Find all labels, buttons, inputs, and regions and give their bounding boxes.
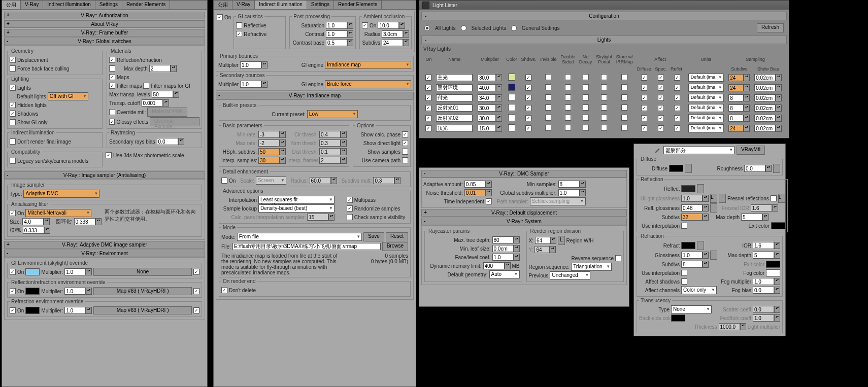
in-maxd[interactable] xyxy=(149,65,171,72)
sw-light-color[interactable] xyxy=(508,84,515,91)
in-ring[interactable] xyxy=(74,218,95,225)
in-blur[interactable] xyxy=(23,227,44,234)
dd-samplertype[interactable]: Adaptive DMC xyxy=(23,190,99,198)
dd-prev[interactable]: Unchanged xyxy=(550,271,590,279)
chk-fmapsgi[interactable] xyxy=(143,83,149,89)
roll-env[interactable]: -V-Ray:: Environment xyxy=(4,250,205,257)
btn-refresh[interactable]: Refresh xyxy=(757,23,784,32)
chk-gionly[interactable] xyxy=(10,119,16,125)
chk-dnrfi[interactable] xyxy=(10,138,16,145)
chk-af-on[interactable] xyxy=(10,210,16,216)
dd-rseq[interactable]: Triangulation xyxy=(571,263,612,271)
chk-light-on[interactable] xyxy=(425,115,431,121)
chk-maxd[interactable] xyxy=(109,65,115,72)
in-file[interactable] xyxy=(232,243,381,250)
btn-oe[interactable]: Override Exclude... xyxy=(150,117,199,126)
chk-fr[interactable] xyxy=(771,195,777,201)
dd-ac[interactable]: Color only xyxy=(681,286,717,294)
chk-scp[interactable] xyxy=(402,131,408,137)
in-light-name[interactable] xyxy=(436,74,473,81)
chk-disp[interactable] xyxy=(10,57,16,63)
dd-units[interactable]: Default (ima xyxy=(688,114,724,122)
chk-ti[interactable] xyxy=(486,198,492,204)
dd-dg[interactable]: Auto xyxy=(489,270,520,278)
dd-sl[interactable]: Density-based (best) xyxy=(258,204,335,213)
dd-deflights[interactable]: Off with GI xyxy=(48,92,88,100)
eyedropper-icon[interactable] xyxy=(654,147,661,154)
sw-light-color[interactable] xyxy=(508,94,515,101)
chk-gienv-on[interactable] xyxy=(10,269,16,275)
chk-dd[interactable] xyxy=(221,287,227,293)
chk-sdl[interactable] xyxy=(402,140,408,146)
chk-light-on[interactable] xyxy=(425,85,431,91)
dd-tltype[interactable]: None xyxy=(671,305,712,313)
tab-settings[interactable]: Settings xyxy=(95,1,122,9)
chk-rs[interactable] xyxy=(347,205,353,212)
chk-ge[interactable] xyxy=(109,119,115,125)
tab-indirect[interactable]: Indirect illumination xyxy=(43,1,95,9)
in-light-name[interactable] xyxy=(436,125,473,132)
roll-defdisp[interactable]: +V-Ray:: Default displacement xyxy=(421,209,627,217)
chk-on[interactable] xyxy=(217,14,223,20)
chk-fbfc[interactable] xyxy=(10,65,16,72)
in-srb[interactable] xyxy=(157,138,178,145)
chk-de-on[interactable] xyxy=(221,178,227,184)
dd-units[interactable]: Default (ima xyxy=(688,84,724,92)
chk-rfenv-map[interactable] xyxy=(193,307,199,313)
sw-reflect[interactable] xyxy=(681,185,695,192)
chk-ui2[interactable] xyxy=(681,270,687,276)
tab-vray[interactable]: V-Ray xyxy=(21,1,43,9)
btn-reset[interactable]: Reset xyxy=(386,232,408,241)
sw-gienv[interactable] xyxy=(25,268,40,275)
sp-maxd[interactable]: ▴▾ xyxy=(171,65,177,72)
btn-mattype[interactable]: VRayMtl xyxy=(737,146,765,155)
chk-as[interactable] xyxy=(681,278,687,285)
in-rfenv-m[interactable] xyxy=(64,307,86,314)
chk-shadows[interactable] xyxy=(10,111,16,117)
roll-fb[interactable]: +V-Ray:: Frame buffer xyxy=(4,29,205,37)
chk-mp[interactable] xyxy=(347,197,353,203)
sw-light-color[interactable] xyxy=(508,104,515,111)
in-light-name[interactable] xyxy=(436,94,473,101)
chk-reflrefr[interactable] xyxy=(109,57,115,63)
dd-gie1[interactable]: Irradiance map xyxy=(325,61,411,69)
sw-refract[interactable] xyxy=(681,242,695,249)
roll-dmc[interactable]: -V-Ray:: DMC Sampler xyxy=(421,170,627,178)
chk-ucp[interactable] xyxy=(402,157,408,163)
btn-renv-map[interactable]: Map #63 ( VRayHDRI ) xyxy=(93,287,192,295)
sw-diffuse[interactable] xyxy=(669,165,683,172)
chk-light-on[interactable] xyxy=(425,75,431,81)
in-light-name[interactable] xyxy=(436,104,473,112)
roll-admc[interactable]: +V-Ray:: Adaptive DMC image sampler xyxy=(4,241,205,249)
dd-preset[interactable]: Low xyxy=(307,110,358,118)
chk-light-on[interactable] xyxy=(425,125,431,131)
chk-fmaps[interactable] xyxy=(109,83,115,89)
dd-units[interactable]: Default (ima xyxy=(688,74,724,82)
chk-light-on[interactable] xyxy=(425,95,431,101)
btn-lock-hg[interactable]: L xyxy=(710,194,717,203)
chk-csv[interactable] xyxy=(347,214,353,220)
sw-light-color[interactable] xyxy=(508,74,515,81)
light-lister-titlebar[interactable]: Light Lister xyxy=(419,1,789,10)
chk-renv-map[interactable] xyxy=(193,288,199,294)
chk-ss[interactable] xyxy=(402,149,408,155)
radio-gen-settings[interactable] xyxy=(511,25,517,31)
sw-rfenv[interactable] xyxy=(25,307,40,314)
in-light-name[interactable] xyxy=(436,115,473,122)
roll-sys[interactable]: -V-Ray:: System xyxy=(421,218,627,225)
sw-ec[interactable] xyxy=(771,222,785,229)
tab-re[interactable]: Render Elements xyxy=(122,1,170,9)
btn-browse[interactable]: Browse xyxy=(382,242,408,251)
in-gienv-m[interactable] xyxy=(64,268,86,275)
chk-rfenv-on[interactable] xyxy=(10,307,16,313)
roll-irr[interactable]: -V-Ray:: Irradiance map xyxy=(216,92,414,99)
sw-fog[interactable] xyxy=(766,269,780,276)
roll-auth[interactable]: +V-Ray:: Authorization xyxy=(4,12,205,19)
btn-save[interactable]: Save xyxy=(363,232,384,241)
in-light-name[interactable] xyxy=(436,84,473,91)
sw-light-color[interactable] xyxy=(508,124,515,131)
dd-units[interactable]: Default (ima xyxy=(688,94,724,102)
sw-light-color[interactable] xyxy=(508,114,515,121)
btn-rfenv-map[interactable]: Map #63 ( VRayHDRI ) xyxy=(93,306,192,314)
btn-lock[interactable]: L xyxy=(558,236,565,245)
